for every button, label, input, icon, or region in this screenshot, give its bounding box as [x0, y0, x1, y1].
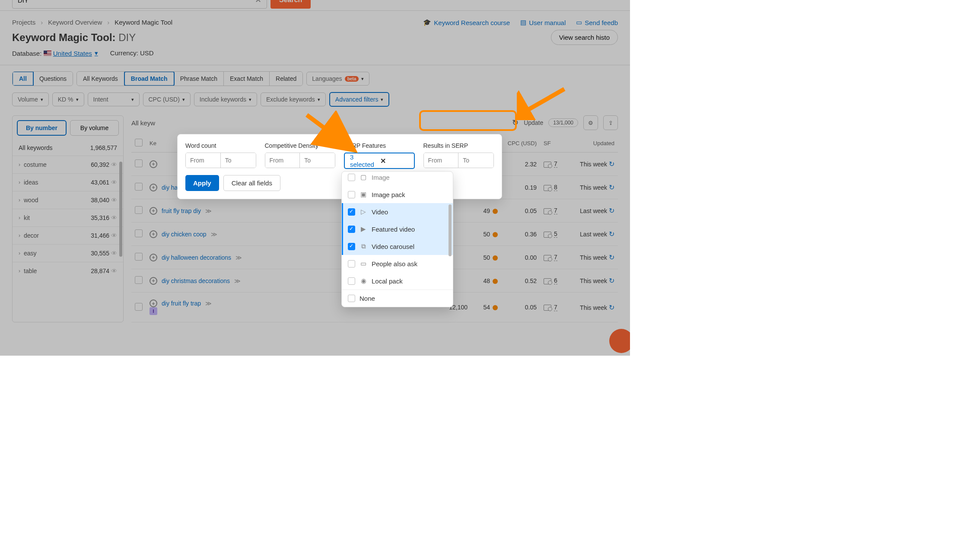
sidebar-item[interactable]: ›kit35,316 👁 [13, 209, 123, 226]
search-button[interactable]: Search [270, 0, 311, 9]
serp-option-people-also-ask[interactable]: ▭People also ask [342, 255, 453, 272]
row-checkbox[interactable] [135, 303, 143, 311]
checkbox[interactable] [348, 260, 355, 267]
serp-option-none[interactable]: None [342, 290, 453, 307]
row-checkbox[interactable] [135, 253, 143, 261]
exclude-keywords-filter[interactable]: Exclude keywords▾ [261, 92, 326, 106]
eye-icon[interactable]: 👁 [111, 179, 117, 186]
keyword-link[interactable]: diy halloween decorations [162, 254, 231, 261]
serp-option-local-pack[interactable]: ◉Local pack [342, 272, 453, 290]
advanced-filters-button[interactable]: Advanced filters▾ [329, 92, 390, 107]
comp-density-from[interactable] [265, 153, 300, 168]
serp-option-image-pack[interactable]: ▣Image pack [342, 186, 453, 203]
sidebar-tab-by-number[interactable]: By number [17, 120, 67, 136]
volume-filter[interactable]: Volume▾ [12, 92, 49, 106]
checkbox[interactable] [348, 277, 355, 285]
col-sf[interactable]: SF [540, 134, 570, 153]
word-count-to[interactable] [221, 153, 256, 168]
tab-questions[interactable]: Questions [33, 72, 73, 86]
comp-density-to[interactable] [300, 153, 335, 168]
refresh-icon[interactable]: ↻ [609, 304, 614, 311]
sidebar-item[interactable]: ›wood38,040 👁 [13, 191, 123, 209]
serp-feature-icon[interactable] [544, 185, 551, 191]
row-checkbox[interactable] [135, 159, 143, 167]
view-history-button[interactable]: View search histo [551, 30, 618, 45]
refresh-icon[interactable]: ↻ [609, 207, 614, 214]
help-fab[interactable] [609, 329, 630, 353]
languages-filter[interactable]: Languages beta ▾ [306, 72, 369, 86]
refresh-icon[interactable]: ↻ [609, 184, 614, 191]
results-serp-to[interactable] [458, 153, 493, 168]
tab-related[interactable]: Related [270, 72, 302, 86]
checkbox[interactable] [348, 191, 355, 198]
checkbox[interactable] [348, 174, 355, 181]
search-input[interactable] [18, 0, 255, 4]
serp-feature-icon[interactable] [544, 305, 551, 311]
add-keyword-icon[interactable]: + [150, 254, 157, 261]
results-serp-from[interactable] [424, 153, 459, 168]
tab-all[interactable]: All [12, 71, 34, 86]
include-keywords-filter[interactable]: Include keywords▾ [194, 92, 257, 106]
add-keyword-icon[interactable]: + [150, 299, 157, 307]
database-select[interactable]: United States ▾ [53, 49, 98, 57]
col-cpc[interactable]: CPC (USD) [501, 134, 540, 153]
clear-fields-button[interactable]: Clear all fields [223, 175, 280, 191]
add-keyword-icon[interactable]: + [150, 184, 157, 191]
select-all-checkbox[interactable] [135, 139, 143, 146]
word-count-from[interactable] [186, 153, 221, 168]
eye-icon[interactable]: 👁 [111, 250, 117, 257]
add-keyword-icon[interactable]: + [150, 277, 157, 285]
refresh-icon[interactable]: ↻ [609, 230, 614, 238]
serp-feature-icon[interactable] [544, 232, 551, 238]
clear-serp-icon[interactable]: ✕ [379, 157, 410, 165]
add-keyword-icon[interactable]: + [150, 160, 157, 168]
tab-all-keywords[interactable]: All Keywords [77, 72, 124, 86]
checkbox[interactable] [348, 295, 355, 302]
breadcrumb-overview[interactable]: Keyword Overview [48, 19, 102, 26]
sidebar-item[interactable]: ›ideas43,061 👁 [13, 173, 123, 191]
refresh-icon[interactable]: ↻ [609, 254, 614, 261]
refresh-icon[interactable]: ↻ [609, 160, 614, 168]
row-checkbox[interactable] [135, 276, 143, 284]
serp-feature-icon[interactable] [544, 255, 551, 261]
keyword-link[interactable]: diy fruit fly trap [162, 300, 201, 307]
add-keyword-icon[interactable]: + [150, 230, 157, 238]
col-updated[interactable]: Updated [570, 134, 618, 153]
sidebar-item[interactable]: ›decor31,466 👁 [13, 226, 123, 244]
clear-search-icon[interactable]: ✕ [255, 0, 261, 5]
intent-filter[interactable]: Intent▾ [88, 92, 140, 106]
scrollbar[interactable] [119, 162, 122, 257]
checkbox[interactable] [348, 208, 355, 216]
eye-icon[interactable]: 👁 [111, 232, 117, 239]
eye-icon[interactable]: 👁 [111, 161, 117, 168]
eye-icon[interactable]: 👁 [111, 267, 117, 274]
row-checkbox[interactable] [135, 229, 143, 237]
serp-feature-icon[interactable] [544, 162, 551, 168]
scrollbar[interactable] [449, 204, 452, 256]
row-checkbox[interactable] [135, 183, 143, 191]
research-course-link[interactable]: 🎓Keyword Research course [423, 19, 510, 26]
checkbox[interactable] [348, 243, 355, 250]
apply-button[interactable]: Apply [185, 175, 219, 191]
tab-phrase-match[interactable]: Phrase Match [174, 72, 224, 86]
add-keyword-icon[interactable]: + [150, 207, 157, 215]
serp-feature-icon[interactable] [544, 208, 551, 214]
export-button[interactable]: ⇪ [603, 115, 618, 130]
settings-button[interactable]: ⚙ [583, 115, 598, 130]
eye-icon[interactable]: 👁 [111, 214, 117, 221]
row-checkbox[interactable] [135, 206, 143, 214]
sidebar-tab-by-volume[interactable]: By volume [70, 120, 119, 136]
refresh-icon[interactable]: ↻ [609, 277, 614, 284]
serp-option-video[interactable]: ▷Video [342, 203, 453, 220]
tab-broad-match[interactable]: Broad Match [124, 71, 175, 86]
serp-option-featured-video[interactable]: ▶Featured video [342, 220, 453, 238]
tab-exact-match[interactable]: Exact Match [224, 72, 270, 86]
sidebar-item[interactable]: ›costume60,392 👁 [13, 156, 123, 173]
serp-option-video-carousel[interactable]: ⧉Video carousel [342, 238, 453, 255]
serp-option-image[interactable]: ▢Image [342, 172, 453, 186]
eye-icon[interactable]: 👁 [111, 197, 117, 204]
cpc-filter[interactable]: CPC (USD)▾ [143, 92, 191, 106]
breadcrumb-projects[interactable]: Projects [12, 19, 35, 26]
user-manual-link[interactable]: ▤User manual [520, 19, 566, 26]
sidebar-item[interactable]: ›easy30,555 👁 [13, 244, 123, 262]
